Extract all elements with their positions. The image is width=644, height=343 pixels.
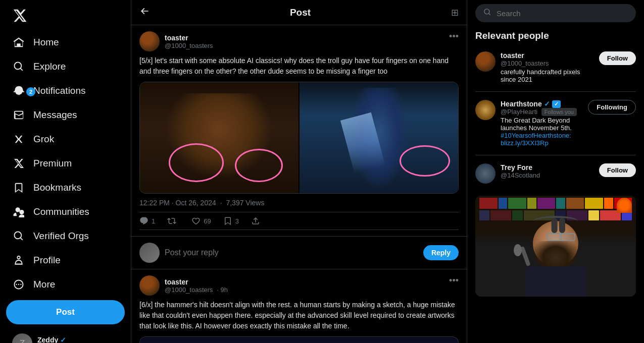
tweet-meta: 12:22 PM · Oct 26, 2024 · 7,397 Views xyxy=(139,199,459,207)
treyfore-follow-button[interactable]: Follow xyxy=(599,163,636,177)
retweet-action[interactable] xyxy=(167,216,179,225)
tweet-images xyxy=(139,82,459,194)
person-item-treyfore: Trey Fore @14Scotland Follow xyxy=(475,159,636,188)
tweet-image-2[interactable] xyxy=(300,82,458,193)
bookmark-action[interactable]: 3 xyxy=(223,216,239,225)
stream-thumbnail[interactable] xyxy=(475,196,636,297)
sidebar-item-label-notifications: Notifications xyxy=(33,85,86,96)
treyfore-handle: @14Scotland xyxy=(501,172,594,179)
bookmark-count: 3 xyxy=(235,217,239,225)
treyfore-avatar[interactable] xyxy=(475,163,496,184)
sidebar-item-more[interactable]: More xyxy=(6,273,125,296)
tweet-dot: · xyxy=(220,199,222,207)
grok-icon xyxy=(12,133,25,146)
sidebar-item-label-grok: Grok xyxy=(33,134,54,145)
post-title: Post xyxy=(290,7,311,18)
bell-icon: 2 xyxy=(12,84,25,97)
tweet-more-button[interactable]: ••• xyxy=(449,31,459,42)
tweet-text: [5/x] let's start with some absolute AI … xyxy=(139,55,459,77)
post-button[interactable]: Post xyxy=(6,300,125,324)
treyfore-name: Trey Fore xyxy=(501,163,594,172)
verified-badge-icon: ✓ xyxy=(60,336,66,344)
user-avatar: Z xyxy=(12,333,32,343)
reply-button[interactable]: Reply xyxy=(423,245,459,260)
user-more-icon: ••• xyxy=(111,339,119,344)
premium-icon xyxy=(12,157,25,170)
reply-input[interactable] xyxy=(165,248,418,257)
tweet2-time: · 9h xyxy=(217,286,228,294)
sidebar-item-verified[interactable]: Verified Orgs xyxy=(6,224,125,248)
follows-you-badge: Follows you xyxy=(541,108,577,116)
sidebar-item-label-messages: Messages xyxy=(33,109,77,121)
hearthstone-handle: @PlayHearti Follows you xyxy=(501,108,583,116)
back-button[interactable] xyxy=(139,6,150,19)
person-item-hearthstone: Hearthstone ✓ ✓ @PlayHearti Follows you … xyxy=(475,96,636,151)
hearthstone-verified-icon: ✓ xyxy=(544,100,550,108)
tweet2-author-info: toaster @1000_toasters · 9h xyxy=(165,278,228,294)
sidebar-item-bookmarks[interactable]: Bookmarks xyxy=(6,176,125,199)
hearthstone-follow-button[interactable]: Following xyxy=(588,100,636,115)
like-count: 69 xyxy=(204,217,211,225)
sidebar-item-grok[interactable]: Grok xyxy=(6,128,125,151)
sidebar-item-label-verified: Verified Orgs xyxy=(33,231,89,242)
post-header: Post ⊞ xyxy=(131,0,467,25)
sidebar-item-notifications[interactable]: 2 Notifications xyxy=(6,79,125,102)
toaster-info: toaster @1000_toasters carefully handcra… xyxy=(501,51,594,83)
mail-icon xyxy=(12,108,25,122)
share-action[interactable] xyxy=(251,216,260,225)
tweet2-more-button[interactable]: ••• xyxy=(449,275,459,286)
user-info: Zeddy ✓ @ZeddyHS xyxy=(37,336,106,344)
divider-2 xyxy=(475,155,636,155)
tweet2-container: toaster @1000_toasters · 9h ••• [6/x] th… xyxy=(131,269,467,343)
search-input-wrapper[interactable] xyxy=(475,4,636,22)
divider-1 xyxy=(475,91,636,92)
toaster-follow-button[interactable]: Follow xyxy=(599,51,636,65)
stream-inner xyxy=(475,196,636,297)
reply-count: 1 xyxy=(152,217,155,225)
hearthstone-bio-link[interactable]: #10YearsofHearthstone: blizz.ly/3XXI3Rp xyxy=(501,132,571,147)
reply-action[interactable]: 1 xyxy=(139,216,155,225)
main-content: Post ⊞ toaster @1000_toasters ••• [5/x] … xyxy=(131,0,467,343)
sidebar-item-messages[interactable]: Messages xyxy=(6,103,125,127)
logo[interactable] xyxy=(6,4,125,29)
bookmark-icon xyxy=(12,181,25,194)
layout-icon[interactable]: ⊞ xyxy=(451,7,459,18)
toaster-avatar[interactable] xyxy=(475,51,496,72)
treyfore-info: Trey Fore @14Scotland xyxy=(501,163,594,179)
tweet-actions: 1 69 3 xyxy=(139,212,459,230)
tweet-author-info: toaster @1000_toasters xyxy=(165,34,213,49)
tweet-author-handle[interactable]: @1000_toasters xyxy=(165,42,213,49)
toaster-name: toaster xyxy=(501,51,594,60)
person-item-toaster: toaster @1000_toasters carefully handcra… xyxy=(475,47,636,87)
like-action[interactable]: 69 xyxy=(191,216,211,225)
tweet2-author-name[interactable]: toaster xyxy=(165,278,228,286)
relevant-people-title: Relevant people xyxy=(475,30,636,41)
sidebar-item-premium[interactable]: Premium xyxy=(6,152,125,175)
tweet-avatar[interactable] xyxy=(139,31,160,51)
hearthstone-bio: The Great Dark Beyond launches November … xyxy=(501,117,583,147)
reply-avatar xyxy=(139,243,160,263)
sidebar: Home Explore 2 Notifications Messages xyxy=(0,0,131,343)
sidebar-item-communities[interactable]: Communities xyxy=(6,200,125,223)
search-bar xyxy=(475,0,636,26)
sidebar-item-label-communities: Communities xyxy=(33,206,89,217)
tweet-author-name[interactable]: toaster xyxy=(165,34,213,42)
sidebar-item-explore[interactable]: Explore xyxy=(6,55,125,78)
tweet-image-1[interactable] xyxy=(140,82,299,193)
nav: Home Explore 2 Notifications Messages xyxy=(6,31,125,296)
sidebar-item-label-explore: Explore xyxy=(33,61,66,72)
relevant-people: Relevant people toaster @1000_toasters c… xyxy=(475,30,636,188)
tweet2-avatar[interactable] xyxy=(139,275,160,296)
tweet2-image[interactable] xyxy=(139,336,459,343)
search-input[interactable] xyxy=(497,9,628,18)
tweet2-author-handle: @1000_toasters · 9h xyxy=(165,286,228,294)
sidebar-item-profile[interactable]: Profile xyxy=(6,249,125,272)
notification-count: 2 xyxy=(26,87,35,96)
sidebar-item-home[interactable]: Home xyxy=(6,31,125,54)
search-icon xyxy=(483,8,491,18)
toaster-handle: @1000_toasters xyxy=(501,60,594,67)
tweet2-text: [6/x] the hammer's hilt doesn't align wi… xyxy=(139,300,459,331)
sidebar-user[interactable]: Z Zeddy ✓ @ZeddyHS ••• xyxy=(6,328,125,343)
sidebar-item-label-profile: Profile xyxy=(33,255,61,266)
hearthstone-avatar[interactable] xyxy=(475,100,496,120)
